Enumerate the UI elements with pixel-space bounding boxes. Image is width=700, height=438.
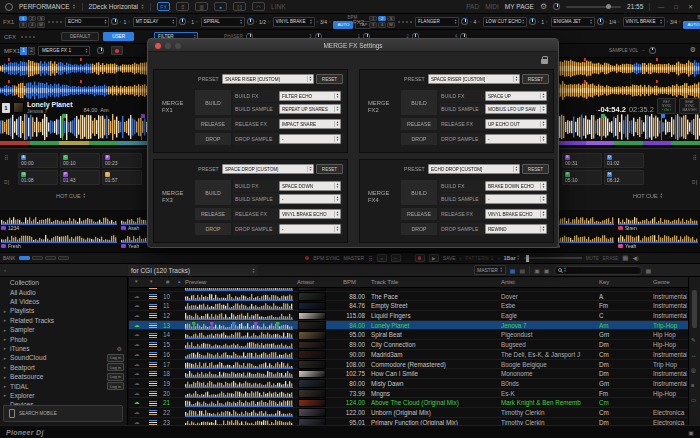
sidebar-collapse-arrow[interactable]: › bbox=[4, 267, 6, 273]
cfx-user-button[interactable]: USER bbox=[103, 32, 134, 41]
playlist-title-box[interactable]: for CGI (120 Tracks) bbox=[128, 265, 258, 276]
col-artwork[interactable]: Artwor bbox=[297, 279, 314, 285]
fx2-assign-4[interactable]: 4 bbox=[378, 22, 386, 28]
fx1-release-select[interactable]: VINYL BRAKE bbox=[273, 17, 315, 27]
deck2-hotcue-1[interactable]: B00:31 bbox=[562, 153, 602, 168]
fx2-slot-2-knob[interactable] bbox=[529, 18, 536, 25]
preview-waveform[interactable] bbox=[185, 312, 293, 320]
table-row[interactable]: ☁1088.00The PaceDoverAInstrumental bbox=[129, 292, 688, 302]
sidebar-item-explorer[interactable]: ▸Explorer bbox=[0, 391, 128, 400]
table-row[interactable]: ☁1495.00Spiral BeatPigeondustGmHip Hop bbox=[129, 330, 688, 340]
sort-asc-icon[interactable]: ▲ bbox=[177, 279, 181, 284]
seq-volume-slider[interactable] bbox=[524, 257, 582, 259]
bank-2-button[interactable] bbox=[32, 256, 43, 261]
reset-button[interactable]: RESET bbox=[316, 74, 343, 84]
fx1-assign-4[interactable]: 4 bbox=[28, 22, 36, 28]
zoom-traffic-button[interactable] bbox=[175, 43, 181, 49]
deck2-hotcue-3[interactable]: F05:10 bbox=[562, 170, 602, 185]
list-icon[interactable]: ≡ bbox=[691, 382, 694, 388]
mixer-panel-icon[interactable]: ||| bbox=[195, 2, 208, 11]
reset-button[interactable]: RESET bbox=[316, 164, 343, 174]
mfx-knob[interactable] bbox=[97, 47, 104, 54]
wave-settings-gear-icon[interactable]: ⚙ bbox=[690, 46, 696, 54]
minimize-traffic-button[interactable] bbox=[165, 43, 171, 49]
mfx-deck-1[interactable]: 1 bbox=[20, 47, 27, 55]
list-view-icon[interactable]: ▤ bbox=[520, 267, 526, 274]
release-fx-select[interactable]: VINYL BRAKE ECHO bbox=[485, 209, 547, 219]
sampler-slot-3[interactable]: Fresh bbox=[1, 234, 117, 251]
close-button[interactable]: ✕ bbox=[686, 3, 695, 10]
tag-edit-icon[interactable]: ✎ bbox=[691, 337, 696, 343]
fx1-assign-M[interactable]: M bbox=[37, 22, 45, 28]
related-icon[interactable]: ↔ bbox=[691, 352, 697, 358]
drop-sample-select[interactable]: REWIND bbox=[485, 224, 547, 234]
preview-waveform[interactable] bbox=[185, 380, 293, 388]
deck1-hotcue-6[interactable]: I01:57 bbox=[102, 170, 142, 185]
bank-1-button[interactable] bbox=[19, 256, 30, 261]
fx1-assign-2[interactable]: 2 bbox=[28, 16, 36, 22]
build-fx-select[interactable]: SPACE DOWN bbox=[279, 181, 341, 191]
fx2-slot-3-select[interactable]: ENIGMA JET bbox=[551, 17, 595, 27]
mode-select[interactable]: PERFORMANCE bbox=[19, 3, 76, 10]
col-key[interactable]: Key bbox=[599, 279, 609, 285]
table-row[interactable]: ☁17108.00Commodore (Remastered)Boogie Be… bbox=[129, 360, 688, 370]
col-num[interactable]: # bbox=[166, 279, 169, 285]
sidebar-item-photo[interactable]: ▸Photo bbox=[0, 334, 128, 343]
sidebar-item-related-tracks[interactable]: ▸Related Tracks bbox=[0, 316, 128, 325]
build-fx-select[interactable]: BRAKE DOWN ECHO bbox=[485, 181, 547, 191]
login-button[interactable]: Log in bbox=[107, 382, 124, 390]
preset-select[interactable]: SPACE RISER [CUSTOM] bbox=[428, 74, 520, 84]
mixer-strip-icon[interactable]: ≡| bbox=[692, 179, 697, 185]
pattern-prev-arrow[interactable]: ‹ bbox=[460, 255, 462, 261]
preset-select[interactable]: SPACE DROP [CUSTOM] bbox=[222, 164, 314, 174]
sidebar-item-beatport[interactable]: ▸BeatportLog in bbox=[0, 363, 128, 372]
mixer-strip-icon[interactable]: ≡| bbox=[4, 179, 9, 185]
preview-waveform[interactable] bbox=[185, 341, 293, 349]
sidebar-item-all-audio[interactable]: All Audio bbox=[0, 287, 128, 296]
mfx-deck-2[interactable]: 2 bbox=[28, 47, 35, 55]
pattern-next-arrow[interactable]: › bbox=[498, 255, 500, 261]
fx2-assign-3[interactable]: 3 bbox=[369, 22, 377, 28]
browser-master-select[interactable]: MASTER bbox=[474, 265, 506, 275]
reset-button[interactable]: RESET bbox=[522, 164, 549, 174]
table-row[interactable]: ☁1980.00Misty DawnB0ndsGmInstrumental bbox=[129, 379, 688, 389]
release-fx-select[interactable]: IMPACT SNARE bbox=[279, 119, 341, 129]
case-a-icon[interactable]: ▣ bbox=[534, 267, 540, 274]
deck1-beat-waveform[interactable] bbox=[0, 114, 148, 140]
preview-waveform[interactable] bbox=[185, 390, 293, 398]
seq-play-button[interactable]: ▶ bbox=[429, 254, 439, 262]
fx2-assign-S[interactable]: S bbox=[387, 16, 395, 22]
table-row[interactable]: ☁22122.00Unborn (Original Mix)Timothy Cl… bbox=[129, 408, 688, 418]
seq-master-button[interactable]: MASTER bbox=[343, 255, 364, 261]
filter-icon[interactable]: ▼ bbox=[134, 279, 138, 284]
next-arrow[interactable]: › bbox=[268, 19, 270, 24]
sidebar-item-collection[interactable]: Collection bbox=[0, 278, 128, 287]
preview-waveform[interactable] bbox=[185, 351, 293, 359]
pad-button[interactable]: PAD bbox=[466, 3, 479, 10]
deck1-hotcue-mode[interactable]: HOT CUE bbox=[56, 193, 86, 199]
sample-vol-knob[interactable] bbox=[649, 47, 656, 54]
seq-record-button[interactable] bbox=[415, 254, 425, 262]
search-input[interactable] bbox=[554, 266, 642, 275]
bank-3-button[interactable] bbox=[45, 256, 56, 261]
seq-add-button[interactable]: ＋ bbox=[377, 254, 387, 262]
preview-waveform[interactable] bbox=[185, 302, 293, 310]
deck1-hotcue-3[interactable]: E00:23 bbox=[102, 153, 142, 168]
seq-mute-button[interactable]: MUTE bbox=[586, 256, 599, 261]
fx1-assign-1[interactable]: 1 bbox=[19, 16, 27, 22]
sidebar-item-playlists[interactable]: ▸Playlists bbox=[0, 306, 128, 315]
preset-select[interactable]: SNARE RISER [CUSTOM] bbox=[222, 74, 314, 84]
drop-sample-select[interactable]: - bbox=[485, 134, 547, 144]
pad-grid-icon[interactable]: ⠿ bbox=[4, 154, 8, 161]
close-traffic-button[interactable] bbox=[155, 43, 161, 49]
sidebar-item-all-videos[interactable]: All Videos bbox=[0, 297, 128, 306]
keyboard-icon[interactable]: ▦ bbox=[622, 254, 628, 262]
fx1-slot-2-knob[interactable] bbox=[179, 18, 186, 25]
next-arrow[interactable]: › bbox=[196, 19, 198, 24]
mfx-record-button[interactable] bbox=[111, 46, 123, 55]
preview-waveform[interactable] bbox=[185, 409, 293, 417]
capsule-icon[interactable]: ▭ bbox=[691, 397, 696, 403]
preview-waveform[interactable] bbox=[185, 288, 293, 291]
dialog-titlebar[interactable]: MERGE FX Settings bbox=[148, 39, 558, 52]
midi-button[interactable]: MIDI bbox=[485, 3, 499, 10]
